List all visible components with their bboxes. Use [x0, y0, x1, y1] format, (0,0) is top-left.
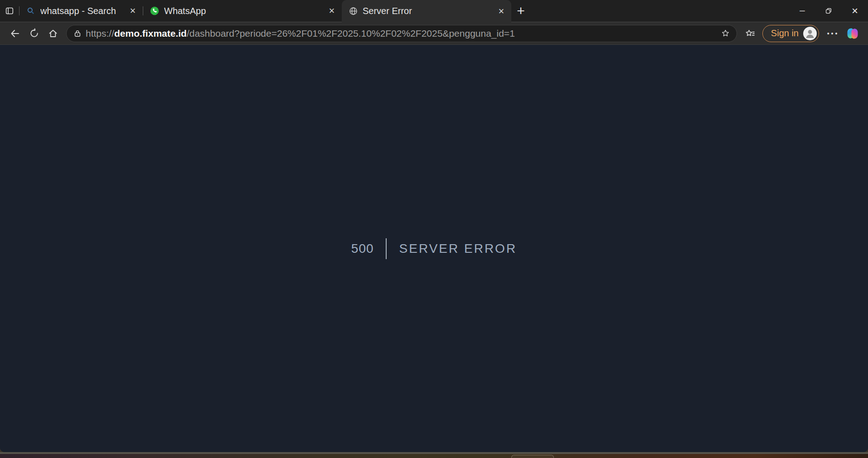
tab-server-error-active[interactable]: Server Error ×: [342, 0, 511, 22]
back-button[interactable]: [5, 25, 24, 42]
back-arrow-icon: [10, 28, 20, 39]
close-window-button[interactable]: ×: [842, 0, 868, 22]
whatsapp-icon: [150, 6, 160, 16]
restore-icon: [824, 6, 833, 15]
url-text: https://demo.fixmate.id/dashboard?period…: [86, 28, 718, 39]
url-scheme: https://: [86, 28, 114, 39]
error-code: 500: [351, 241, 386, 256]
error-message: SERVER ERROR: [387, 241, 517, 256]
address-bar[interactable]: https://demo.fixmate.id/dashboard?period…: [66, 25, 737, 42]
navigation-bar: https://demo.fixmate.id/dashboard?period…: [0, 22, 868, 45]
sign-in-label: Sign in: [771, 28, 799, 39]
tab-close-button[interactable]: ×: [325, 5, 338, 17]
refresh-icon: [29, 28, 39, 39]
tab-actions-menu-button[interactable]: [0, 0, 19, 22]
minimize-button[interactable]: ─: [789, 0, 815, 22]
copilot-button[interactable]: [843, 24, 863, 43]
url-domain: demo.fixmate.id: [114, 28, 187, 39]
favorites-button[interactable]: [741, 25, 760, 42]
refresh-button[interactable]: [24, 25, 44, 42]
tab-whatsapp[interactable]: WhatsApp ×: [143, 0, 342, 22]
tab-bar: whatsapp - Search × WhatsApp ×: [0, 0, 868, 22]
restore-button[interactable]: [815, 0, 842, 22]
tab-title: WhatsApp: [164, 6, 321, 16]
window-controls: ─ ×: [789, 0, 868, 22]
url-path: /dashboard?periode=26%2F01%2F2025.10%2F0…: [187, 28, 515, 39]
globe-icon: [348, 6, 358, 16]
browser-window: whatsapp - Search × WhatsApp ×: [0, 0, 868, 452]
add-favorite-button[interactable]: [718, 26, 734, 41]
taskbar-sliver: [0, 454, 868, 458]
home-button[interactable]: [44, 25, 63, 42]
tab-close-button[interactable]: ×: [126, 5, 139, 17]
copilot-icon: [845, 26, 860, 41]
home-icon: [48, 28, 58, 39]
tab-actions-icon: [5, 6, 15, 16]
sign-in-button[interactable]: Sign in: [762, 25, 819, 42]
lock-icon[interactable]: [69, 26, 86, 41]
tab-whatsapp-search[interactable]: whatsapp - Search ×: [19, 0, 143, 22]
new-tab-button[interactable]: +: [511, 0, 530, 22]
settings-more-button[interactable]: •••: [824, 25, 843, 42]
search-icon: [26, 6, 36, 16]
tab-title: Server Error: [363, 6, 490, 16]
tab-title: whatsapp - Search: [40, 6, 122, 16]
server-error-message: 500 SERVER ERROR: [351, 238, 517, 259]
favorites-star-list-icon: [745, 28, 756, 39]
taskbar-button-outline[interactable]: [511, 455, 554, 458]
profile-avatar: [803, 27, 817, 40]
tab-close-button[interactable]: ×: [495, 5, 508, 18]
page-content: 500 SERVER ERROR: [0, 45, 868, 452]
